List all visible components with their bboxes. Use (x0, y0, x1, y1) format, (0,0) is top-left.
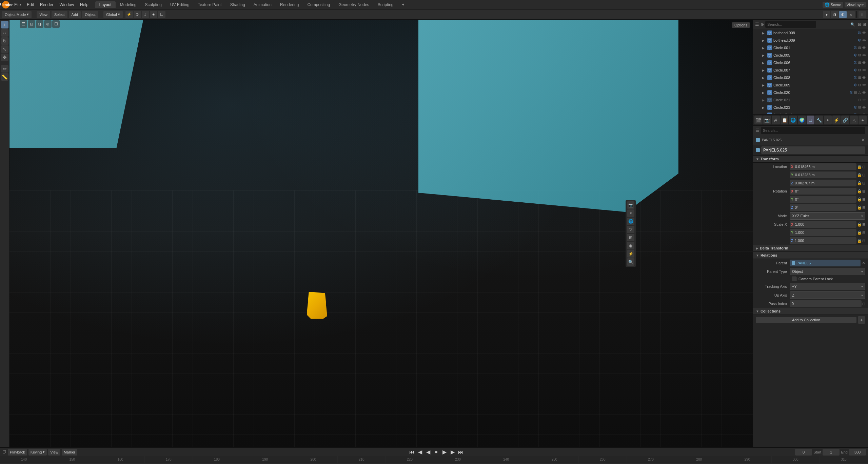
parent-close-icon[interactable]: ✕ (862, 261, 865, 265)
viewport-overlay-icon[interactable]: ⊕ (44, 20, 52, 28)
section-delta-transform[interactable]: ▶ Delta Transform (753, 245, 868, 252)
viewport-shading-wire[interactable]: ○ (847, 11, 855, 18)
location-y-field[interactable]: Y 0.012283 m (790, 172, 856, 178)
outliner-item-circle020[interactable]: ▶ ▽ Circle.020 ⛓ ⊟ △ 👁 (753, 89, 868, 96)
rotation-x-field[interactable]: X 0° (790, 188, 856, 195)
group-icon[interactable]: ⊞ (627, 234, 634, 241)
location-x-field[interactable]: X 0.018463 m (790, 163, 856, 170)
props-close-x[interactable]: ✕ (861, 137, 865, 143)
stop-button[interactable]: ■ (433, 448, 440, 456)
viewport-shading-solid[interactable]: ● (823, 11, 830, 18)
tab-modeling[interactable]: Modeling (116, 1, 141, 8)
grid-toggle[interactable]: # (142, 11, 149, 18)
tab-shading[interactable]: Shading (226, 1, 249, 8)
jump-to-start-button[interactable]: ⏮ (408, 448, 416, 456)
prop-scene-icon[interactable]: 🎬 (754, 116, 763, 124)
scale-z-minus-icon[interactable]: ⊟ (862, 239, 865, 243)
camera-icon[interactable]: 📷 (627, 201, 634, 209)
menu-help[interactable]: Help (77, 2, 91, 8)
prev-keyframe-button[interactable]: ◀ (416, 448, 424, 456)
pause-anim-btn[interactable]: ⏸ (859, 11, 866, 18)
tracking-axis-dropdown[interactable]: +Y ▾ (790, 283, 865, 290)
outliner-item-circle006[interactable]: ▶ ▽ Circle.006 ⛓ ⊟ 👁 (753, 59, 868, 66)
scale-z-lock-icon[interactable]: 🔒 (857, 239, 862, 243)
viewport-xray-icon[interactable]: ☐ (52, 20, 60, 28)
tab-sculpting[interactable]: Sculpting (141, 1, 166, 8)
visibility-icon[interactable]: 👁 (862, 61, 866, 65)
rotation-y-lock-icon[interactable]: 🔒 (857, 197, 862, 202)
prop-render-icon[interactable]: 📷 (763, 116, 771, 124)
overlay-toggle[interactable]: ◈ (150, 11, 157, 18)
cursor-tool[interactable]: + (1, 21, 8, 28)
visibility-icon[interactable]: 👁 (862, 68, 866, 72)
outliner-item-circle005[interactable]: ▶ ▽ Circle.005 ⛓ ⊟ 👁 (753, 52, 868, 59)
play-forward-button[interactable]: ▶ (441, 448, 448, 456)
prop-constraints-icon[interactable]: 🔗 (841, 116, 849, 124)
start-frame-input[interactable] (823, 449, 840, 456)
tab-uv-editing[interactable]: UV Editing (166, 1, 194, 8)
viewport-shading-icon[interactable]: ◑ (36, 20, 43, 28)
parent-field[interactable]: PANELS (790, 260, 861, 266)
tab-geometry-nodes[interactable]: Geometry Nodes (334, 1, 373, 8)
keying-menu[interactable]: Keying ▾ (28, 449, 47, 456)
visibility-icon[interactable]: 👁 (862, 46, 866, 50)
rotation-mode-dropdown[interactable]: XYZ Euler ▾ (790, 212, 865, 220)
menu-window[interactable]: Window (57, 2, 77, 8)
add-collection-plus-button[interactable]: + (858, 316, 865, 324)
rotation-x-minus-icon[interactable]: ⊟ (862, 189, 865, 194)
viewport-menu-icon[interactable]: ☰ (20, 20, 27, 28)
rotation-z-lock-icon[interactable]: 🔒 (857, 205, 862, 210)
tab-animation[interactable]: Animation (250, 1, 276, 8)
viewport[interactable]: ☰ ⊡ ◑ ⊕ ☐ Options 📷 ☀ 🌐 ▽ ⊞ ◉ ⚡ 🔍 (9, 20, 753, 447)
filter-icon[interactable]: ▽ (627, 226, 634, 233)
location-minus-icon[interactable]: ⊟ (862, 165, 865, 169)
visibility-icon[interactable]: 👁 (862, 31, 866, 35)
pass-index-minus-icon[interactable]: ⊟ (862, 302, 865, 306)
end-frame-input[interactable] (849, 449, 866, 456)
magnet-icon[interactable]: 🔍 (627, 258, 634, 266)
outliner-sort-btn[interactable]: ⊞ (863, 22, 866, 27)
outliner-item-circle001[interactable]: ▶ ▽ Circle.001 ⛓ ⊟ 👁 (753, 44, 868, 52)
visibility-icon[interactable]: 👁 (862, 90, 866, 95)
outliner-item-circle023[interactable]: ▶ ▽ Circle.023 ⛓ ⊟ 👁 (753, 104, 868, 111)
location-z-lock-icon[interactable]: 🔒 (857, 181, 862, 185)
scale-x-minus-icon[interactable]: ⊟ (862, 222, 865, 227)
add-menu[interactable]: Add (69, 11, 81, 18)
move-tool[interactable]: ↔ (1, 29, 8, 37)
current-frame-input[interactable] (795, 449, 812, 456)
transform-tool[interactable]: ✥ (1, 54, 8, 61)
location-y-minus-icon[interactable]: ⊟ (862, 173, 865, 177)
outliner-item-circle021[interactable]: ▶ ▽ Circle.021 ⊟ 👁 (753, 96, 868, 104)
tab-rendering[interactable]: Rendering (276, 1, 303, 8)
marker-menu[interactable]: Marker (62, 449, 77, 456)
outliner-filter-btn[interactable]: ⊟ (858, 22, 861, 27)
visibility-icon[interactable]: 👁 (862, 38, 866, 42)
visibility-icon[interactable]: 👁 (862, 105, 866, 109)
section-relations[interactable]: ▼ Relations (753, 252, 868, 259)
transform-global[interactable]: Global ▾ (103, 11, 123, 18)
visibility-icon[interactable]: 👁 (862, 98, 866, 102)
object-mode-dropdown[interactable]: Object Mode ▾ (2, 11, 32, 18)
prop-scene2-icon[interactable]: 🌐 (789, 116, 797, 124)
viewport-shading-rendered[interactable]: ◐ (839, 11, 847, 18)
timeline-view-menu[interactable]: View (48, 449, 60, 456)
rotation-z-field[interactable]: Z 0° (790, 204, 856, 211)
prop-particles-icon[interactable]: ✦ (824, 116, 832, 124)
outliner-item-circle009[interactable]: ▶ ▽ Circle.009 ⛓ ⊟ 👁 (753, 81, 868, 89)
outliner-item-circle007[interactable]: ▶ ▽ Circle.007 ⛓ ⊟ 👁 (753, 66, 868, 74)
tab-texture-paint[interactable]: Texture Paint (194, 1, 226, 8)
measure-tool[interactable]: 📏 (1, 73, 8, 81)
world-icon[interactable]: 🌐 (627, 218, 634, 225)
options-button[interactable]: Options (732, 22, 750, 28)
section-collections[interactable]: ▼ Collections (753, 308, 868, 315)
visibility-icon[interactable]: 👁 (862, 53, 866, 57)
tab-add[interactable]: + (398, 1, 409, 8)
rotate-tool[interactable]: ↻ (1, 37, 8, 45)
pass-index-field[interactable]: 0 (790, 300, 862, 307)
props-search-input[interactable] (761, 127, 865, 134)
play-backward-button[interactable]: ◀ (425, 448, 432, 456)
tab-scripting[interactable]: Scripting (374, 1, 398, 8)
scale-y-minus-icon[interactable]: ⊟ (862, 230, 865, 235)
prop-data-icon[interactable]: △ (850, 116, 858, 124)
light-icon[interactable]: ☀ (627, 209, 634, 217)
